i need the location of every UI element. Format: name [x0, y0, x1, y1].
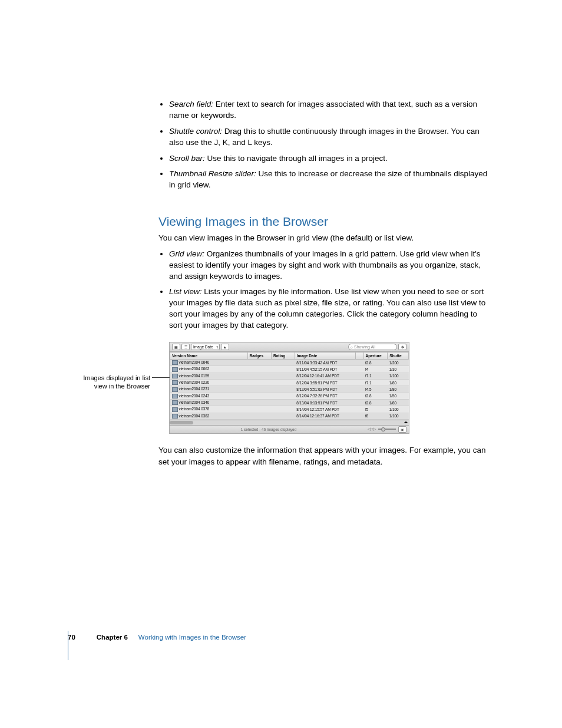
thumbnail-icon [172, 367, 178, 372]
closing-paragraph: You can also customize the information t… [158, 444, 488, 467]
cell-rating [271, 406, 295, 413]
cell-date: 8/12/04 3:55:51 PM PDT [295, 380, 355, 386]
thumbnail-size-button[interactable]: ▣ [398, 426, 406, 433]
bullet-item: Scroll bar: Use this to navigate through… [169, 153, 488, 164]
browser-statusbar: 1 selected - 46 images displayed ◁□▷ ▣ [170, 425, 409, 433]
bullet-term: Scroll bar: [169, 154, 205, 163]
browser-list-table: Version Name Badges Rating Image Date Ap… [170, 352, 409, 420]
cell-sort [355, 386, 363, 393]
cell-shutter: 1/100 [388, 413, 409, 419]
cell-badges [247, 380, 271, 386]
cell-date: 8/13/04 8:13:51 PM PDT [295, 400, 355, 406]
cell-version-name: vietnam2004 0220 [170, 380, 248, 386]
cell-badges [247, 360, 271, 366]
col-image-date[interactable]: Image Date [295, 353, 355, 360]
cell-sort [355, 373, 363, 379]
cell-badges [247, 373, 271, 379]
cell-rating [271, 386, 295, 393]
table-row[interactable]: vietnam2004 03408/13/04 8:13:51 PM PDTf2… [170, 400, 409, 406]
cell-version-name: vietnam2004 0382 [170, 413, 248, 419]
chapter-title: Working with Images in the Browser [138, 634, 246, 641]
cell-aperture: f7.1 [363, 373, 388, 379]
cell-rating [271, 373, 295, 379]
table-row[interactable]: vietnam2004 00628/11/04 4:52:15 AM PDTf4… [170, 366, 409, 373]
cell-sort [355, 366, 363, 373]
shuttle-control-icon[interactable]: ◁□▷ [368, 427, 376, 431]
cell-badges [247, 400, 271, 406]
table-row[interactable]: vietnam2004 03788/14/04 12:15:57 AM PDTf… [170, 406, 409, 413]
cell-rating [271, 366, 295, 373]
cell-shutter: 1/80 [388, 380, 409, 386]
search-input[interactable]: ⌕ Showing All [348, 344, 397, 350]
page-content: Search field: Enter text to search for i… [158, 99, 488, 472]
cell-shutter: 1/30 [388, 366, 409, 373]
cell-date: 8/12/04 5:51:02 PM PDT [295, 386, 355, 393]
bullet-desc: Use this to navigate through all images … [205, 154, 388, 163]
sort-dropdown[interactable]: Image Date [191, 344, 220, 350]
search-placeholder: Showing All [354, 345, 375, 349]
table-row[interactable]: vietnam2004 00408/11/04 3:33:42 AM PDTf2… [170, 360, 409, 366]
sort-direction-button[interactable]: ▲ [221, 344, 229, 350]
list-view-button[interactable]: ☰ [181, 344, 190, 350]
table-header-row: Version Name Badges Rating Image Date Ap… [170, 353, 409, 360]
col-aperture[interactable]: Aperture [363, 353, 388, 360]
section-heading: Viewing Images in the Browser [158, 215, 488, 229]
table-row[interactable]: vietnam2004 02318/12/04 5:51:02 PM PDTf4… [170, 386, 409, 393]
cell-sort [355, 380, 363, 386]
col-version-name[interactable]: Version Name [170, 353, 248, 360]
thumbnail-icon [172, 374, 178, 378]
grid-view-button[interactable]: ▦ [172, 344, 180, 350]
cell-date: 8/12/04 12:16:41 AM PDT [295, 373, 355, 379]
thumbnail-resize-slider[interactable] [378, 429, 396, 430]
action-menu-button[interactable]: ✲ [398, 344, 406, 350]
col-shutter[interactable]: Shutte [388, 353, 409, 360]
cell-aperture: f8 [363, 413, 388, 419]
cell-shutter: 1/80 [388, 400, 409, 406]
cell-version-name: vietnam2004 0340 [170, 400, 248, 406]
col-rating[interactable]: Rating [271, 353, 295, 360]
cell-date: 8/11/04 4:52:15 AM PDT [295, 366, 355, 373]
cell-aperture: f4 [363, 366, 388, 373]
table-row[interactable]: vietnam2004 02438/12/04 7:32:26 PM PDTf2… [170, 393, 409, 399]
cell-shutter: 1/100 [388, 406, 409, 413]
bullet-term: Grid view: [169, 249, 204, 258]
bullet-desc: Lists your images by file information. U… [169, 287, 485, 330]
cell-badges [247, 413, 271, 419]
thumbnail-icon [172, 400, 178, 405]
cell-version-name: vietnam2004 0378 [170, 406, 248, 413]
scroll-arrows-icon[interactable]: ◂▸ [404, 420, 408, 424]
cell-rating [271, 393, 295, 399]
col-sort-indicator[interactable] [355, 353, 363, 360]
thumbnail-icon [172, 394, 178, 398]
cell-sort [355, 406, 363, 413]
cell-aperture: f4.5 [363, 386, 388, 393]
bullet-term: Search field: [169, 100, 213, 108]
table-row[interactable]: vietnam2004 01598/12/04 12:16:41 AM PDTf… [170, 373, 409, 379]
table-row[interactable]: vietnam2004 03828/14/04 12:16:37 AM PDTf… [170, 413, 409, 419]
cell-badges [247, 406, 271, 413]
cell-sort [355, 360, 363, 366]
cell-badges [247, 386, 271, 393]
scroll-thumb[interactable] [170, 421, 193, 424]
bullet-term: Thumbnail Resize slider: [169, 169, 256, 178]
browser-screenshot: ▦ ☰ Image Date ▲ ⌕ Showing All ✲ Version… [169, 342, 409, 434]
cell-aperture: f2.8 [363, 400, 388, 406]
cell-rating [271, 400, 295, 406]
cell-aperture: f2.8 [363, 393, 388, 399]
col-badges[interactable]: Badges [247, 353, 271, 360]
cell-rating [271, 413, 295, 419]
browser-toolbar: ▦ ☰ Image Date ▲ ⌕ Showing All ✲ [170, 342, 409, 352]
cell-date: 8/12/04 7:32:26 PM PDT [295, 393, 355, 399]
table-row[interactable]: vietnam2004 02208/12/04 3:55:51 PM PDTf7… [170, 380, 409, 386]
horizontal-scrollbar[interactable]: ◂▸ [170, 420, 409, 425]
cell-shutter: 1/80 [388, 386, 409, 393]
cell-sort [355, 393, 363, 399]
bullet-item: Shuttle control: Drag this to shuttle co… [169, 126, 488, 149]
chapter-label: Chapter 6 [97, 634, 128, 641]
bullet-desc: Organizes thumbnails of your images in a… [169, 249, 481, 281]
thumbnail-icon [172, 407, 178, 412]
cell-rating [271, 360, 295, 366]
callout-line [152, 377, 170, 378]
callout-label: Images displayed in list view in the Bro… [77, 374, 150, 391]
status-text: 1 selected - 46 images displayed [172, 427, 365, 431]
